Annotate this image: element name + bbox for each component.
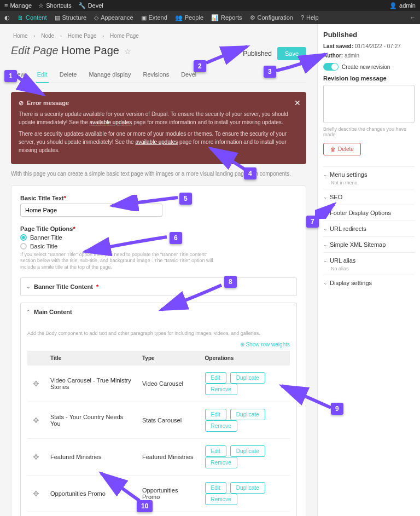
drupal-logo-icon[interactable]: ◐: [4, 14, 10, 21]
user-menu[interactable]: 👤 admin: [389, 2, 416, 9]
duplicate-button[interactable]: Duplicate: [230, 372, 265, 384]
sidebar-accordion-sub: Not in menu: [323, 180, 415, 189]
updates-link[interactable]: available updates: [90, 119, 132, 125]
nav-structure[interactable]: ▤ Structure: [55, 14, 87, 21]
radio-checked-icon: [20, 234, 27, 241]
hamburger-icon: ≡: [4, 2, 8, 9]
arrow-icon: [82, 234, 170, 256]
callout-2: 2: [194, 60, 206, 72]
structure-icon: ▤: [55, 14, 60, 21]
edit-button[interactable]: Edit: [205, 372, 226, 384]
nav-content[interactable]: 🗎 Content: [18, 14, 47, 21]
chevron-down-icon: ⌄: [323, 242, 328, 247]
row-type: Featured Ministries: [137, 438, 200, 475]
tab-manage-display[interactable]: Manage display: [88, 67, 132, 83]
devel-menu[interactable]: 🔧 Devel: [78, 2, 103, 9]
col-type: Type: [137, 351, 200, 366]
paragraphs-table: Title Type Operations ✥ Video Carousel -…: [27, 351, 290, 516]
show-row-weights[interactable]: ⊕ Show row weights: [27, 341, 290, 347]
row-type: Stats Carousel: [137, 402, 200, 438]
remove-button[interactable]: Remove: [205, 384, 237, 395]
callout-6: 6: [170, 232, 182, 244]
callout-4: 4: [244, 167, 256, 179]
arrow-icon: [208, 146, 249, 173]
drag-handle-icon[interactable]: ✥: [33, 416, 39, 425]
breadcrumb: Home › Node › Home Page › Home Page: [11, 31, 306, 44]
arrow-icon: [109, 195, 180, 211]
drag-handle-icon[interactable]: ✥: [33, 489, 39, 498]
reports-icon: 📊: [211, 14, 219, 21]
appearance-icon: ◇: [94, 14, 98, 21]
col-ops: Operations: [200, 351, 290, 366]
sidebar-status: Published: [323, 31, 415, 39]
duplicate-button[interactable]: Duplicate: [230, 409, 265, 420]
adminbar: ◐ 🗎 Content ▤ Structure ◇ Appearance ▣ E…: [0, 11, 420, 24]
chevron-down-icon: ⌄: [323, 226, 328, 231]
remove-button[interactable]: Remove: [205, 420, 237, 432]
updates-link2[interactable]: available updates: [135, 139, 178, 145]
topbar: ≡ Manage ☆ Shortcuts 🔧 Devel 👤 admin: [0, 0, 420, 11]
tab-revisions[interactable]: Revisions: [142, 67, 170, 83]
rev-log-textarea[interactable]: [323, 85, 415, 123]
row-title: Large Number - Mission Minute CTA: [45, 512, 137, 516]
sidebar-accordion-item[interactable]: ⌄ URL redirects: [323, 221, 415, 236]
callout-7: 7: [306, 216, 319, 228]
edit-button[interactable]: Edit: [205, 482, 226, 494]
close-icon[interactable]: ✕: [294, 97, 301, 109]
main-content-help: Add the Body component to add text and o…: [27, 331, 290, 336]
row-title: Featured Ministries: [45, 438, 137, 475]
trash-icon: 🗑: [330, 146, 336, 152]
chevron-down-icon: ⌄: [323, 194, 328, 200]
drag-handle-icon[interactable]: ✥: [33, 379, 39, 388]
create-revision-label: Create new revision: [342, 64, 390, 70]
rev-hint: Briefly describe the changes you have ma…: [323, 126, 415, 137]
help-icon: ?: [301, 14, 304, 21]
callout-9: 9: [331, 403, 343, 415]
radio-unchecked-icon: [20, 243, 27, 250]
page-title: Edit Page Home Page ☆: [11, 44, 131, 57]
chevron-down-icon: ⌄: [323, 172, 328, 177]
table-row: ✥ Opportunities Promo Opportunities Prom…: [27, 475, 290, 512]
delete-button[interactable]: 🗑 Delete: [323, 143, 361, 155]
nav-extend[interactable]: ▣ Extend: [141, 14, 167, 21]
rev-log-label: Revision log message: [323, 75, 415, 82]
tab-delete[interactable]: Delete: [59, 67, 78, 83]
file-icon: 🗎: [18, 14, 24, 21]
nav-people[interactable]: 👥 People: [175, 14, 203, 21]
error-alert: ✕ ⊘ Error message There is a security up…: [11, 92, 306, 164]
sidebar-accordion-item[interactable]: ⌄ Footer Display Options: [323, 205, 415, 221]
edit-button[interactable]: Edit: [205, 445, 226, 457]
table-row: ✥ Video Carousel - True Ministry Stories…: [27, 366, 290, 402]
sidebar: Published Last saved: 01/14/2022 - 07:27…: [317, 24, 420, 516]
sidebar-accordion-item[interactable]: ⌄ SEO: [323, 189, 415, 205]
manage-menu[interactable]: ≡ Manage: [4, 2, 32, 9]
favorite-star-icon[interactable]: ☆: [124, 47, 131, 56]
wrench-icon: 🔧: [78, 2, 86, 9]
row-type: Large Number Callout: [137, 512, 200, 516]
chevron-down-icon: ⌄: [26, 284, 31, 289]
arrow-icon: [203, 44, 253, 66]
duplicate-button[interactable]: Duplicate: [230, 482, 265, 494]
arrow-icon: [159, 282, 224, 312]
table-row: ✥ Stats - Your Country Needs You Stats C…: [27, 402, 290, 438]
nav-config[interactable]: ⚙ Configuration: [250, 14, 293, 21]
row-title: Video Carousel - True Ministry Stories: [45, 366, 137, 402]
star-icon: ☆: [38, 2, 44, 9]
nav-reports[interactable]: 📊 Reports: [211, 14, 242, 21]
people-icon: 👥: [175, 14, 183, 21]
arrow-icon: [273, 51, 328, 73]
nav-help[interactable]: ? Help: [301, 14, 319, 21]
sidebar-accordion-item[interactable]: ⌄ Simple XML Sitemap: [323, 236, 415, 252]
tabs: View Edit Delete Manage display Revision…: [11, 67, 306, 83]
sidebar-accordion-item[interactable]: ⌄ Display settings: [323, 275, 415, 291]
drag-handle-icon[interactable]: ✥: [33, 453, 39, 461]
back-arrow-icon[interactable]: ←: [410, 14, 416, 21]
error-icon: ⊘: [19, 98, 24, 108]
row-type: Video Carousel: [137, 366, 200, 402]
duplicate-button[interactable]: Duplicate: [230, 445, 265, 457]
remove-button[interactable]: Remove: [205, 494, 237, 505]
shortcuts-menu[interactable]: ☆ Shortcuts: [38, 2, 71, 9]
nav-appearance[interactable]: ◇ Appearance: [94, 14, 133, 21]
edit-button[interactable]: Edit: [205, 409, 226, 420]
remove-button[interactable]: Remove: [205, 457, 237, 468]
